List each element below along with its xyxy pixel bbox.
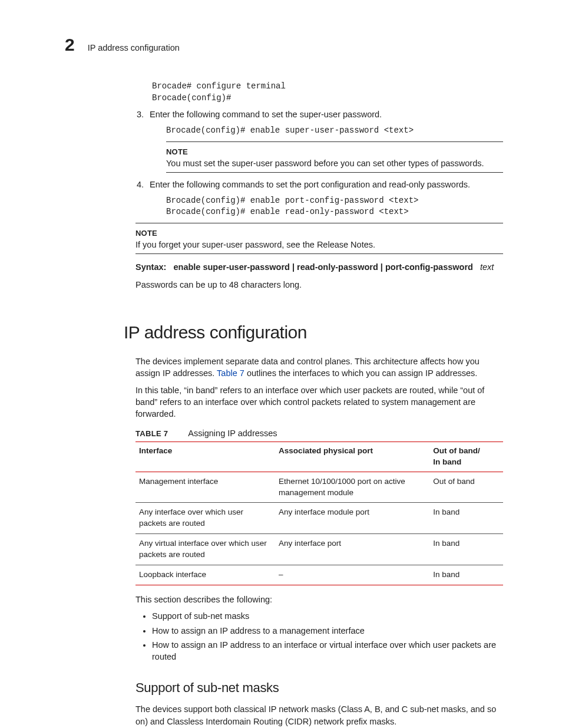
table-row: Any virtual interface over which user pa… [135, 534, 503, 565]
running-header: 2 IP address configuration [65, 32, 503, 57]
table-header-cell: Out of band/ In band [429, 442, 503, 472]
table-cell: In band [429, 503, 503, 534]
paragraph: In this table, “in band” refers to an in… [135, 384, 503, 420]
table-row: Loopback interface – In band [135, 565, 503, 585]
table-crossref-link[interactable]: Table 7 [217, 368, 244, 378]
table-header-cell: Interface [135, 442, 275, 472]
table-cell: In band [429, 565, 503, 585]
list-item: How to assign an IP address to a managem… [152, 625, 503, 637]
table-cell: In band [429, 534, 503, 565]
list-item: How to assign an IP address to an interf… [152, 639, 503, 663]
table-label: TABLE 7 [135, 429, 168, 438]
procedure-steps: Enter the following command to set the s… [135, 108, 503, 218]
syntax-command: enable super-user-password | read-only-p… [173, 262, 472, 272]
body-column: Brocade# configure terminal Brocade(conf… [135, 81, 503, 727]
table-cell: Any interface port [275, 534, 429, 565]
table-cell: – [275, 565, 429, 585]
syntax-label: Syntax: [135, 262, 166, 272]
page: 2 IP address configuration Brocade# conf… [0, 0, 562, 728]
code-block: Brocade(config)# enable super-user-passw… [166, 125, 503, 137]
table-header-cell: Associated physical port [275, 442, 429, 472]
table-assigning-ip: Interface Associated physical port Out o… [135, 442, 503, 585]
paragraph: Passwords can be up to 48 characters lon… [135, 279, 503, 291]
table-row: Any interface over which user packets ar… [135, 503, 503, 534]
syntax-arg: text [480, 262, 494, 272]
subsection-heading: Support of sub-net masks [135, 679, 503, 697]
paragraph: This section describes the following: [135, 594, 503, 605]
table-cell: Any interface module port [275, 503, 429, 534]
text-run: outlines the interfaces to which you can… [244, 368, 478, 378]
step-text: Enter the following commands to set the … [150, 180, 470, 189]
table-cell: Any virtual interface over which user pa… [135, 534, 275, 565]
section-heading: IP address configuration [124, 320, 503, 345]
chapter-number: 2 [65, 32, 75, 57]
list-item: Support of sub-net masks [152, 610, 503, 622]
note-label: NOTE [135, 228, 503, 239]
paragraph: The devices support both classical IP ne… [135, 703, 503, 727]
table-cell: Ethernet 10/100/1000 port on active mana… [275, 472, 429, 503]
note-body: If you forget your super-user password, … [135, 239, 503, 251]
note-block: NOTE If you forget your super-user passw… [135, 223, 503, 253]
table-cell: Out of band [429, 472, 503, 503]
note-body: You must set the super-user password bef… [166, 157, 503, 169]
code-block: Brocade(config)# enable port-config-pass… [166, 195, 503, 218]
table-title: TABLE 7 Assigning IP addresses [135, 427, 503, 439]
table-row: Management interface Ethernet 10/100/100… [135, 472, 503, 503]
note-label: NOTE [166, 147, 503, 157]
step-text: Enter the following command to set the s… [150, 110, 382, 119]
step-3: Enter the following command to set the s… [146, 108, 503, 172]
table-cell: Loopback interface [135, 565, 275, 585]
syntax-line: Syntax: enable super-user-password | rea… [135, 261, 503, 273]
table-header-row: Interface Associated physical port Out o… [135, 442, 503, 472]
running-title: IP address configuration [88, 42, 180, 54]
paragraph: The devices implement separate data and … [135, 355, 503, 380]
bullet-list: Support of sub-net masks How to assign a… [135, 610, 503, 663]
code-block: Brocade# configure terminal Brocade(conf… [152, 81, 503, 104]
step-4: Enter the following commands to set the … [146, 179, 503, 218]
note-block: NOTE You must set the super-user passwor… [166, 141, 503, 172]
table-caption: Assigning IP addresses [188, 429, 277, 438]
table-cell: Management interface [135, 472, 275, 503]
table-cell: Any interface over which user packets ar… [135, 503, 275, 534]
